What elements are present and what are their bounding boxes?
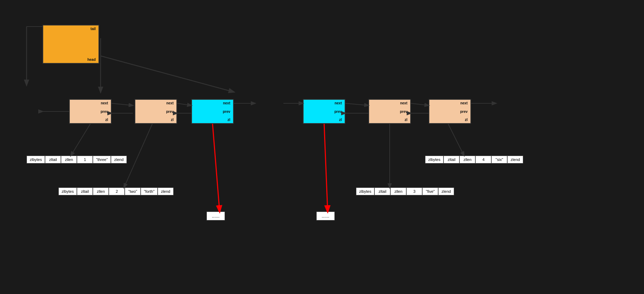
svg-line-2 (112, 103, 133, 105)
ellipsis-node-1: ...... (207, 212, 225, 220)
list-node-5: next prev zl (368, 99, 411, 124)
zl1-zlend: zlend (111, 156, 127, 163)
ellipsis-node-2: ...... (316, 212, 335, 220)
svg-line-1 (101, 56, 234, 92)
ziplist-1: zlbytes zltail zllen 1 "three" zlend (27, 156, 127, 163)
zl2-zllen: zllen (93, 188, 109, 195)
zl2-two: "two" (125, 188, 141, 195)
zl4-zllen: zllen (390, 188, 406, 195)
zl3-zltail: zltail (444, 156, 459, 163)
tail-label: tail (46, 27, 96, 31)
svg-line-14 (124, 124, 152, 188)
svg-line-16 (324, 124, 328, 212)
zl4-five: "five" (422, 188, 438, 195)
zl2-forth: "forth" (141, 188, 158, 195)
list-node-3: next prev zl (191, 99, 234, 124)
svg-line-8 (345, 103, 368, 105)
zl1-three: "three" (93, 156, 111, 163)
main-head-node: tail head (43, 25, 99, 64)
zl3-six: "six" (491, 156, 507, 163)
zl4-zltail: zltail (374, 188, 390, 195)
head-label: head (46, 58, 96, 62)
zl4-count: 3 (406, 188, 422, 195)
svg-line-10 (411, 103, 429, 105)
list-node-6: next prev zl (429, 99, 471, 124)
zl3-zllen: zllen (459, 156, 475, 163)
ziplist-2: zlbytes zltail zllen 2 "two" "forth" zle… (58, 188, 174, 195)
list-node-4: next prev zl (303, 99, 345, 124)
zl1-count: 1 (77, 156, 93, 163)
svg-line-18 (448, 124, 464, 156)
svg-line-15 (213, 124, 220, 212)
zl2-zltail: zltail (77, 188, 93, 195)
zl3-zlbytes: zlbytes (425, 156, 444, 163)
list-node-2: next prev zl (135, 99, 177, 124)
zl1-zlbytes: zlbytes (27, 156, 45, 163)
zl2-zlbytes: zlbytes (58, 188, 77, 195)
zl2-count: 2 (109, 188, 125, 195)
ziplist-3: zlbytes zltail zllen 4 "six" zlend (425, 156, 523, 163)
svg-line-4 (177, 103, 191, 105)
list-node-1: next prev zl (69, 99, 112, 124)
zl4-zlend: zlend (438, 188, 454, 195)
zl1-zltail: zltail (45, 156, 61, 163)
zl1-zllen: zllen (61, 156, 77, 163)
zl3-zlend: zlend (507, 156, 523, 163)
zl2-zlend: zlend (158, 188, 174, 195)
zl3-count: 4 (475, 156, 491, 163)
ziplist-4: zlbytes zltail zllen 3 "five" zlend (356, 188, 454, 195)
zl4-zlbytes: zlbytes (356, 188, 374, 195)
svg-line-13 (71, 124, 90, 156)
